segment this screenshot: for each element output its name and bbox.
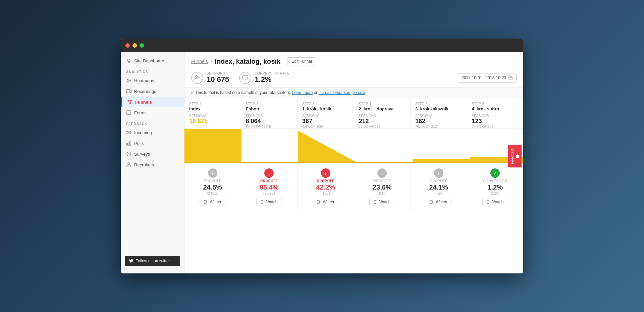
dropoff-count-1: (2 611) <box>207 191 218 195</box>
step-3-sessions-label: SESSIONS <box>302 114 349 118</box>
dropoff-label-4: DROPOFF <box>373 179 391 183</box>
sidebar-item-forms[interactable]: Forms <box>121 107 184 118</box>
step-4-sessions-label: SESSIONS <box>359 114 406 118</box>
step-2-label: STEP 2 <box>246 102 293 106</box>
step-3-sessions-sub: 4.6% OF 8064 <box>302 125 349 128</box>
step-6-sessions-label: SESSIONS <box>472 114 519 118</box>
feedback-section-label: FEEDBACK <box>121 118 184 127</box>
breadcrumb-arrow: › <box>211 59 212 64</box>
svg-rect-20 <box>487 201 489 204</box>
close-button[interactable] <box>125 43 130 48</box>
step-5-name: 3. krok zakaznik <box>415 106 462 111</box>
svg-rect-7 <box>130 141 131 145</box>
svg-marker-13 <box>184 129 523 162</box>
step-6-sessions-value: 123 <box>472 118 519 125</box>
step-5-sessions-sub: 76.4% OF 212 <box>415 125 462 128</box>
dropoff-icon-3: ↓ <box>321 168 330 178</box>
surveys-icon <box>126 151 131 157</box>
minimize-button[interactable] <box>132 43 137 48</box>
sessions-value: 10 675 <box>207 75 229 84</box>
sidebar: Site Dashboard ANALYTICS Heatmaps Record… <box>121 52 184 273</box>
dropoff-icon-1: ↓ <box>208 168 217 178</box>
page-title: Index, katalog, kosik <box>215 58 280 65</box>
watch-button-4[interactable]: Watch <box>369 198 395 206</box>
conversion-value: 1.2% <box>255 75 289 84</box>
main-content: Funnels › Index, katalog, kosik Edit Fun… <box>184 52 523 273</box>
twitter-button[interactable]: Follow us on twitter <box>125 256 180 266</box>
svg-rect-11 <box>243 75 248 79</box>
svg-point-0 <box>127 59 130 62</box>
watch-button-1[interactable]: Watch <box>200 198 225 206</box>
sidebar-item-surveys[interactable]: Surveys <box>121 149 184 159</box>
play-icon-2 <box>261 200 265 204</box>
funnel-step-1: STEP 1 Index SESSIONS 10 675 <box>184 98 241 128</box>
dropoff-pct-6: 1.2% <box>487 184 503 191</box>
sessions-icon <box>191 72 203 84</box>
sidebar-item-heatmaps[interactable]: Heatmaps <box>121 75 184 86</box>
dropoff-pct-1: 24.5% <box>203 184 222 191</box>
step-6-name: 4. krok suhrn <box>472 106 519 111</box>
dropoff-count-3: (155) <box>321 191 330 195</box>
svg-point-9 <box>128 163 130 165</box>
sessions-label: SESSIONS <box>207 71 229 75</box>
dropoff-row: ↓ DROPOFF 24.5% (2 611) Watch ↓ DROPOFF … <box>184 166 523 210</box>
dropoff-label-5: DROPOFF <box>430 179 447 183</box>
conversion-icon <box>239 72 251 84</box>
funnels-icon <box>127 99 132 105</box>
step-1-sessions-label: SESSIONS <box>189 114 236 118</box>
heatmaps-icon <box>126 78 131 83</box>
learn-more-link[interactable]: Learn more <box>292 90 313 95</box>
play-icon-5 <box>430 200 434 204</box>
analytics-section-label: ANALYTICS <box>121 66 184 75</box>
step-6-sessions-sub: 75.9% OF 162 <box>472 125 519 128</box>
conversion-label: CONVERSION RATE <box>255 71 289 75</box>
svg-point-1 <box>127 79 130 82</box>
svg-rect-19 <box>430 201 433 204</box>
sidebar-item-recruiters[interactable]: Recruiters <box>121 159 184 170</box>
sidebar-item-site-dashboard[interactable]: Site Dashboard <box>121 55 184 66</box>
feedback-tab[interactable]: Feedback <box>508 145 522 167</box>
dropoff-label-1: DROPOFF <box>204 179 221 183</box>
feedback-icon <box>516 154 520 158</box>
play-icon-1 <box>204 200 208 204</box>
titlebar <box>121 39 523 52</box>
sidebar-item-funnels[interactable]: Funnels <box>121 97 184 107</box>
step-1-label: STEP 1 <box>189 102 236 106</box>
info-bar: ℹ This funnel is based on a sample of yo… <box>184 88 523 98</box>
conversion-stat: CONVERSION RATE 1.2% <box>239 71 289 84</box>
step-1-name: Index <box>189 106 236 111</box>
dropoff-pct-2: 95.4% <box>260 184 279 191</box>
date-range-picker[interactable]: 2017-10-01 · 2018-10-23 <box>458 73 517 83</box>
svg-rect-18 <box>374 201 376 204</box>
funnel-step-5: STEP 5 3. krok zakaznik SESSIONS 162 76.… <box>411 98 467 128</box>
step-3-name: 1. krok - kosik <box>302 106 349 111</box>
increase-sample-link[interactable]: increase your sample size <box>319 90 365 95</box>
sidebar-item-recordings[interactable]: Recordings <box>121 86 184 97</box>
maximize-button[interactable] <box>140 43 144 48</box>
dropoff-col-3: ↓ DROPOFF 42.2% (155) Watch <box>298 166 354 210</box>
sidebar-item-incoming[interactable]: Incoming <box>121 127 184 138</box>
watch-button-6[interactable]: Watch <box>482 198 508 206</box>
watch-button-5[interactable]: Watch <box>426 198 451 206</box>
watch-button-2[interactable]: Watch <box>256 198 282 206</box>
step-4-sessions-sub: 57.8% OF 367 <box>359 125 406 128</box>
funnel-steps-header: STEP 1 Index SESSIONS 10 675 STEP 2 Esho… <box>184 98 523 129</box>
funnel-step-4: STEP 4 2. krok - doprava SESSIONS 212 57… <box>354 98 411 128</box>
dropoff-icon-4: ↓ <box>377 168 387 178</box>
dropoff-col-5: ↓ DROPOFF 24.1% (39) Watch <box>411 166 467 210</box>
dashboard-icon <box>126 58 131 63</box>
breadcrumb-parent[interactable]: Funnels <box>191 59 208 64</box>
edit-funnel-button[interactable]: Edit Funnel <box>287 57 316 65</box>
step-6-label: STEP 6 <box>472 102 519 106</box>
sidebar-item-polls[interactable]: Polls <box>121 138 184 149</box>
svg-rect-3 <box>126 90 130 93</box>
step-5-label: STEP 5 <box>415 102 462 106</box>
dropoff-count-4: (50) <box>379 191 385 195</box>
step-4-sessions-value: 212 <box>359 118 406 125</box>
play-icon-6 <box>487 200 491 204</box>
recordings-icon <box>126 89 131 94</box>
step-1-sessions-value: 10 675 <box>189 118 236 125</box>
step-1-sessions-sub <box>189 125 236 128</box>
svg-rect-17 <box>317 201 320 204</box>
watch-button-3[interactable]: Watch <box>313 198 338 206</box>
